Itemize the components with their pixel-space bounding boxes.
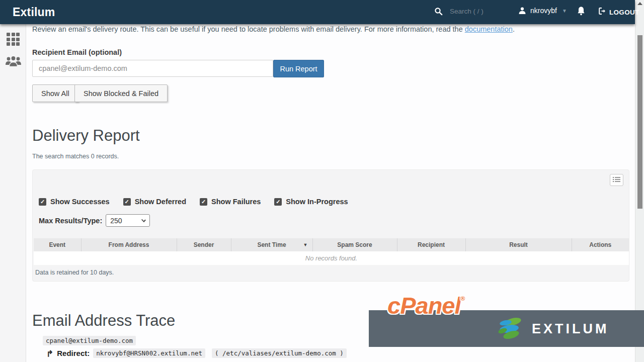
checkbox-checked-icon[interactable]: ✓ [39, 198, 46, 206]
extilum-brand-text: EXTILUM [532, 321, 609, 337]
apps-grid-icon[interactable] [7, 33, 20, 46]
delivery-report-title: Delivery Report [32, 127, 140, 145]
logout-icon [598, 7, 606, 17]
max-results-select[interactable]: 250 [106, 214, 150, 227]
page-description: Review an email's delivery route. This c… [32, 25, 540, 33]
description-suffix: . [513, 25, 515, 33]
top-navbar: Extilum Search ( / ) nkrovybf ▼ LOGOUT [0, 0, 635, 24]
no-records-message: No records found. [34, 251, 629, 265]
redirect-label: Redirect: [57, 349, 90, 357]
brand-logo[interactable]: Extilum [13, 6, 55, 19]
table-options-button[interactable] [610, 174, 623, 186]
username-label: nkrovybf [530, 7, 557, 15]
column-header-from-address[interactable]: From Address [81, 238, 177, 251]
filter-show-deferred[interactable]: ✓ Show Deferred [123, 198, 186, 206]
retention-note: Data is retained for 10 days. [35, 269, 114, 276]
left-sidebar [0, 24, 26, 362]
chevron-down-icon [141, 218, 146, 222]
filter-label: Show Successes [50, 198, 110, 206]
list-icon [613, 175, 620, 185]
search-icon [434, 7, 443, 16]
column-header-recipient[interactable]: Recipient [397, 238, 465, 251]
checkbox-checked-icon[interactable]: ✓ [123, 198, 131, 206]
description-text: Review an email's delivery route. This c… [32, 25, 465, 33]
notifications-button[interactable] [577, 6, 586, 18]
table-header-row: Event From Address Sender Sent Time▼ Spa… [34, 238, 629, 251]
scrollbar-thumb[interactable] [637, 35, 642, 209]
checkbox-checked-icon[interactable]: ✓ [274, 198, 282, 206]
trace-address-code: cpanel@extilum-demo.com [43, 336, 136, 345]
run-report-button[interactable]: Run Report [273, 60, 324, 77]
redirect-target-code: nkrovybf@HRSN002.extilum.net [93, 348, 205, 358]
filter-show-successes[interactable]: ✓ Show Successes [39, 198, 110, 206]
empty-table-row: No records found. [34, 251, 629, 265]
column-header-actions[interactable]: Actions [572, 238, 629, 251]
user-icon [518, 7, 526, 15]
column-header-sent-time[interactable]: Sent Time▼ [231, 238, 312, 251]
show-all-button[interactable]: Show All [32, 84, 78, 102]
max-results-label: Max Results/Type: [39, 217, 102, 225]
filter-checkboxes: ✓ Show Successes ✓ Show Deferred ✓ Show … [39, 198, 348, 206]
column-header-sender[interactable]: Sender [177, 238, 231, 251]
filter-label: Show Deferred [135, 198, 186, 206]
redirect-file-code: ( /etc/valiases/extilum-demo.com ) [212, 348, 347, 358]
extilum-leaf-icon [496, 316, 525, 344]
delivery-report-panel: ✓ Show Successes ✓ Show Deferred ✓ Show … [32, 169, 629, 282]
user-menu[interactable]: nkrovybf ▼ [518, 7, 567, 15]
recipient-email-label: Recipient Email (optional) [32, 48, 122, 56]
filter-show-in-progress[interactable]: ✓ Show In-Progress [274, 198, 348, 206]
column-header-spam-score[interactable]: Spam Score [312, 238, 397, 251]
redirect-arrow-icon: ↳ [46, 348, 53, 358]
column-header-event[interactable]: Event [34, 238, 81, 251]
checkbox-checked-icon[interactable]: ✓ [200, 198, 207, 206]
registered-mark: ® [461, 295, 465, 302]
search-input[interactable]: Search ( / ) [434, 7, 484, 16]
cpanel-logo: cPanel® [387, 292, 464, 319]
recipient-email-input[interactable] [32, 60, 273, 77]
column-header-result[interactable]: Result [465, 238, 572, 251]
delivery-report-table: Event From Address Sender Sent Time▼ Spa… [34, 238, 629, 265]
filter-label: Show Failures [211, 198, 261, 206]
show-blocked-failed-button[interactable]: Show Blocked & Failed [74, 84, 168, 102]
search-placeholder: Search ( / ) [450, 8, 484, 15]
max-results-value: 250 [110, 217, 122, 225]
sort-desc-icon[interactable]: ▼ [303, 242, 308, 247]
trace-redirect-row: ↳ Redirect: nkrovybf@HRSN002.extilum.net… [46, 348, 347, 358]
search-matches-text: The search matches 0 records. [32, 153, 119, 160]
cpanel-logo-text: cPanel [387, 292, 461, 319]
vertical-scrollbar[interactable] [635, 0, 644, 362]
logout-button[interactable]: LOGOUT [598, 7, 639, 17]
filter-label: Show In-Progress [286, 198, 348, 206]
column-label: Sent Time [257, 241, 286, 248]
bell-icon [577, 9, 586, 18]
documentation-link[interactable]: documentation [465, 25, 513, 33]
chevron-down-icon: ▼ [562, 8, 567, 14]
logout-label: LOGOUT [609, 9, 639, 16]
email-trace-title: Email Address Trace [32, 312, 175, 330]
scroll-up-arrow-icon[interactable] [637, 2, 642, 5]
max-results-row: Max Results/Type: 250 [39, 214, 150, 227]
filter-show-failures[interactable]: ✓ Show Failures [200, 198, 261, 206]
trace-root-address: cpanel@extilum-demo.com [43, 336, 136, 345]
users-group-icon[interactable] [5, 54, 22, 70]
